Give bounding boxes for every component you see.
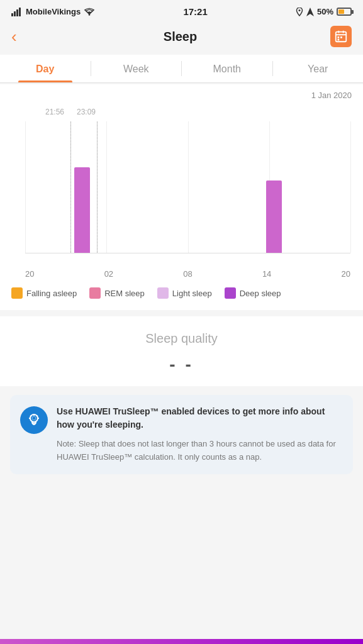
x-label-20b: 20 <box>342 269 350 279</box>
tab-day[interactable]: Day <box>0 55 91 82</box>
tab-week[interactable]: Week <box>91 55 182 82</box>
x-axis-labels: 20 02 08 14 20 <box>25 269 350 279</box>
legend-color-rem <box>89 287 101 299</box>
grid-line-0 <box>25 121 26 253</box>
svg-rect-2 <box>16 9 18 16</box>
tab-year[interactable]: Year <box>273 55 364 82</box>
grid-line-100 <box>350 121 351 253</box>
app-header: ‹ Sleep <box>0 21 363 55</box>
grid-line-50 <box>188 121 189 253</box>
status-bar: MobileVikings 17:21 50% <box>0 0 363 21</box>
info-note-text: Note: Sleep that does not last longer th… <box>57 438 343 464</box>
legend-label-falling: Falling asleep <box>26 289 77 298</box>
sleep-bar-1 <box>74 167 91 253</box>
calendar-svg <box>334 30 348 43</box>
svg-marker-6 <box>306 8 314 16</box>
back-button[interactable]: ‹ <box>11 27 30 47</box>
x-label-08: 08 <box>183 269 192 279</box>
sleep-chart-container: 1 Jan 2020 21:56 23:09 20 02 08 14 <box>0 84 363 310</box>
legend-falling-asleep: Falling asleep <box>11 287 77 299</box>
wifi-icon <box>84 8 95 16</box>
legend-color-falling <box>11 287 23 299</box>
legend-color-light <box>157 287 169 299</box>
info-box: Use HUAWEI TruSleep™ enabled devices to … <box>10 395 353 474</box>
battery-icon <box>337 8 352 16</box>
tooltip-time-2: 23:09 <box>77 108 96 116</box>
carrier-name: MobileVikings <box>26 7 81 16</box>
info-text-wrap: Use HUAWEI TruSleep™ enabled devices to … <box>57 405 343 464</box>
x-label-20a: 20 <box>25 269 34 279</box>
svg-line-17 <box>30 416 31 417</box>
svg-rect-0 <box>11 13 13 16</box>
status-right: 50% <box>296 7 352 16</box>
svg-rect-13 <box>337 39 339 41</box>
x-label-02: 02 <box>104 269 113 279</box>
svg-rect-12 <box>340 36 342 38</box>
sleep-quality-section: Sleep quality - - <box>0 316 363 386</box>
chart-date: 1 Jan 2020 <box>0 91 363 100</box>
status-time: 17:21 <box>183 6 207 17</box>
sleep-quality-value: - - <box>0 355 363 375</box>
svg-rect-1 <box>14 11 16 16</box>
legend-deep: Deep sleep <box>225 287 281 299</box>
location-icon <box>296 8 303 16</box>
svg-point-4 <box>89 14 91 16</box>
bottom-bar <box>0 639 363 644</box>
trusleep-icon <box>26 412 42 428</box>
tooltip-line-1 <box>70 121 71 253</box>
legend-light: Light sleep <box>157 287 212 299</box>
tooltip-line-2 <box>97 121 98 253</box>
chart-legend: Falling asleep REM sleep Light sleep Dee… <box>0 279 363 310</box>
signal-icon <box>11 8 23 16</box>
x-label-14: 14 <box>262 269 271 279</box>
svg-rect-3 <box>19 8 21 16</box>
sleep-bar-2 <box>266 180 282 253</box>
legend-label-rem: REM sleep <box>104 289 145 298</box>
info-icon-wrap <box>20 406 48 434</box>
battery-pct: 50% <box>317 7 333 16</box>
calendar-button[interactable] <box>330 26 352 47</box>
chart-area: 21:56 23:09 20 02 08 14 20 <box>6 103 357 279</box>
legend-label-deep: Deep sleep <box>240 289 281 298</box>
sleep-quality-title: Sleep quality <box>0 331 363 346</box>
tooltip-time-1: 21:56 <box>45 108 64 116</box>
chart-plot <box>25 121 350 253</box>
tab-bar: Day Week Month Year <box>0 55 363 83</box>
page-title: Sleep <box>164 30 197 44</box>
navigation-icon <box>306 8 314 16</box>
info-main-text: Use HUAWEI TruSleep™ enabled devices to … <box>57 405 343 431</box>
svg-point-21 <box>32 416 36 420</box>
svg-line-18 <box>37 416 38 417</box>
tab-month[interactable]: Month <box>182 55 272 82</box>
svg-rect-11 <box>337 36 339 38</box>
legend-label-light: Light sleep <box>172 289 212 298</box>
grid-line-25 <box>106 121 107 253</box>
svg-point-5 <box>298 9 300 11</box>
status-left: MobileVikings <box>11 7 95 16</box>
legend-rem: REM sleep <box>89 287 145 299</box>
legend-color-deep <box>225 287 236 299</box>
